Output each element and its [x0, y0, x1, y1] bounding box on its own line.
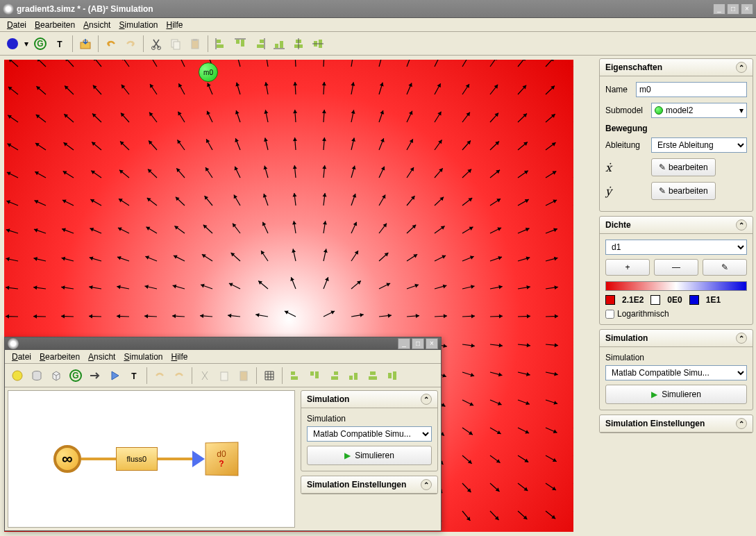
- density-minus-button[interactable]: —: [654, 259, 698, 276]
- collapse-icon[interactable]: ⌃: [736, 333, 747, 344]
- density-section: Dichte ⌃ d1 + — ✎ 2.1E2 0E0 1E1 Log: [599, 216, 753, 325]
- svg-line-32: [94, 60, 101, 67]
- svg-rect-17: [260, 40, 264, 43]
- sub-tool-arrow[interactable]: [85, 366, 105, 385]
- sub-tool-align-6[interactable]: [383, 366, 402, 385]
- menu-simulation[interactable]: Simulation: [115, 19, 162, 31]
- name-input[interactable]: [636, 82, 747, 97]
- collapse-icon[interactable]: ⌃: [421, 479, 432, 490]
- simulation-engine-select[interactable]: Matlab Compatible Simu...: [605, 365, 747, 380]
- sub-tool-text[interactable]: T: [124, 366, 144, 385]
- menu-datei[interactable]: Datei: [3, 19, 31, 31]
- svg-rect-416: [310, 371, 314, 376]
- density-edit-button[interactable]: ✎: [703, 259, 747, 276]
- play-icon: ▶: [651, 390, 657, 399]
- tool-cut[interactable]: [146, 34, 166, 53]
- legend-swatch-white: [650, 295, 660, 305]
- sub-close-button[interactable]: ×: [426, 338, 438, 349]
- svg-line-44: [435, 60, 440, 67]
- infinity-node[interactable]: ∞: [53, 445, 81, 473]
- menu-bearbeiten[interactable]: Bearbeiten: [31, 19, 79, 31]
- svg-rect-12: [217, 44, 224, 48]
- sub-minimize-button[interactable]: _: [398, 338, 410, 349]
- menu-hilfe[interactable]: Hilfe: [162, 19, 187, 31]
- sub-tool-paste[interactable]: [234, 366, 253, 385]
- sub-simulation-engine-select[interactable]: Matlab Compatible Simu...: [307, 426, 432, 442]
- svg-line-43: [407, 60, 411, 67]
- sub-tool-grid[interactable]: [260, 366, 279, 385]
- sub-tool-align-5[interactable]: [363, 366, 383, 385]
- density-select[interactable]: d1: [605, 240, 747, 255]
- svg-line-41: [351, 60, 353, 67]
- svg-line-38: [266, 60, 268, 67]
- simulate-button[interactable]: ▶ Simulieren: [605, 385, 747, 404]
- sub-tool-copy[interactable]: [215, 366, 234, 385]
- sub-tool-cube[interactable]: [47, 366, 66, 385]
- xdot-edit-button[interactable]: ✎bearbeiten: [651, 158, 716, 176]
- sub-tool-redo[interactable]: [169, 366, 189, 385]
- tool-copy[interactable]: [166, 34, 185, 53]
- sub-menu-bearbeiten[interactable]: Bearbeiten: [35, 351, 84, 363]
- sub-tool-circle[interactable]: [8, 366, 27, 385]
- density-legend: 2.1E2 0E0 1E1: [605, 295, 747, 305]
- submodel-select[interactable]: model2 ▾: [651, 103, 747, 118]
- sub-tool-play[interactable]: [105, 366, 124, 385]
- svg-text:T: T: [131, 371, 137, 381]
- sub-menu-hilfe[interactable]: Hilfe: [167, 351, 192, 363]
- close-button[interactable]: ×: [741, 3, 753, 15]
- svg-rect-15: [241, 40, 244, 47]
- collapse-icon[interactable]: ⌃: [736, 418, 747, 429]
- simulation-section: Simulation ⌃ Simulation Matlab Compatibl…: [599, 329, 753, 410]
- sub-tool-align-4[interactable]: [344, 366, 363, 385]
- tool-dropdown[interactable]: ▾: [22, 34, 31, 53]
- collapse-icon[interactable]: ⌃: [736, 62, 747, 73]
- tool-align-right[interactable]: [250, 34, 269, 53]
- collapse-icon[interactable]: ⌃: [421, 394, 432, 405]
- svg-line-47: [518, 60, 526, 67]
- ydot-edit-button[interactable]: ✎bearbeiten: [651, 182, 716, 200]
- fluss-node[interactable]: fluss0: [116, 447, 158, 471]
- tool-center-v[interactable]: [308, 34, 328, 53]
- sub-tool-align-3[interactable]: [324, 366, 344, 385]
- menu-ansicht[interactable]: Ansicht: [79, 19, 115, 31]
- svg-rect-421: [354, 373, 358, 380]
- sub-simulate-button[interactable]: ▶ Simulieren: [307, 446, 432, 465]
- sub-tool-align-1[interactable]: [285, 366, 305, 385]
- sub-simulation-header: Simulation: [307, 394, 349, 404]
- tool-redo[interactable]: [121, 34, 140, 53]
- density-plus-button[interactable]: +: [605, 259, 650, 276]
- tool-align-bottom[interactable]: [269, 34, 289, 53]
- sub-tool-g[interactable]: G: [66, 366, 85, 385]
- sub-menu-simulation[interactable]: Simulation: [119, 351, 167, 363]
- tool-paste[interactable]: [185, 34, 205, 53]
- tool-g[interactable]: G: [31, 34, 50, 53]
- tool-undo[interactable]: [101, 34, 121, 53]
- sub-tool-cylinder[interactable]: [27, 366, 47, 385]
- tool-text[interactable]: T: [50, 34, 69, 53]
- minimize-button[interactable]: _: [713, 3, 725, 15]
- sub-tool-undo[interactable]: [150, 366, 169, 385]
- sub-menu-datei[interactable]: Datei: [8, 351, 35, 363]
- main-toolbar: ▾ G T: [0, 32, 756, 56]
- log-checkbox[interactable]: [605, 310, 614, 319]
- tool-circle-blue[interactable]: [3, 34, 22, 53]
- model-canvas[interactable]: ∞ fluss0 d0 ?: [8, 390, 295, 528]
- tool-open[interactable]: [76, 34, 95, 53]
- maximize-button[interactable]: □: [727, 3, 739, 15]
- sub-menu-ansicht[interactable]: Ansicht: [84, 351, 119, 363]
- sub-tool-align-2[interactable]: [305, 366, 324, 385]
- m0-node[interactable]: m0: [199, 62, 218, 82]
- log-checkbox-row[interactable]: Logarithmisch: [605, 309, 747, 319]
- collapse-icon[interactable]: ⌃: [736, 219, 747, 231]
- play-icon: ▶: [344, 451, 351, 460]
- svg-line-33: [122, 60, 129, 67]
- sub-maximize-button[interactable]: □: [412, 338, 424, 349]
- tool-align-left[interactable]: [211, 34, 230, 53]
- tool-align-top[interactable]: [230, 34, 250, 53]
- sub-tool-cut[interactable]: [195, 366, 215, 385]
- ableitung-select[interactable]: Erste Ableitung: [651, 137, 747, 153]
- sub-window: _ □ × Datei Bearbeiten Ansicht Simulatio…: [4, 337, 442, 531]
- tool-center-h[interactable]: [289, 34, 308, 53]
- movement-header: Bewegung: [605, 124, 747, 133]
- d0-node[interactable]: d0 ?: [205, 442, 238, 476]
